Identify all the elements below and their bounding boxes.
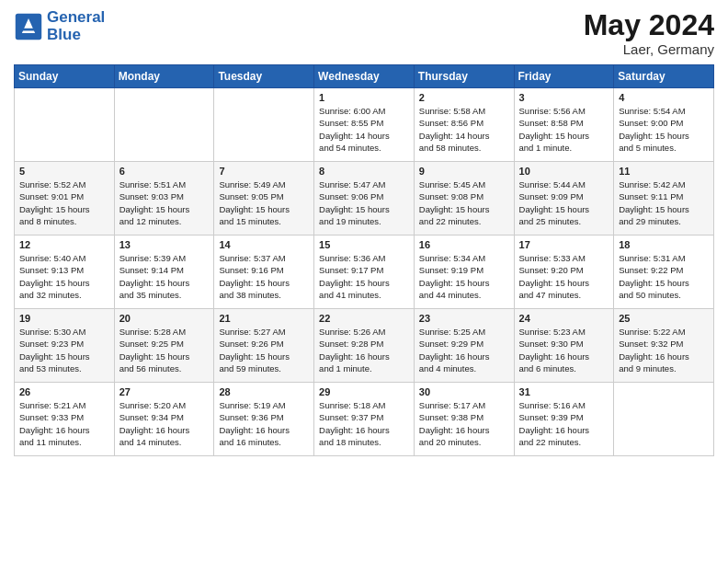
day-number: 15 xyxy=(319,239,409,250)
day-cell: 28Sunrise: 5:19 AM Sunset: 9:36 PM Dayli… xyxy=(214,383,314,456)
header-cell-sunday: Sunday xyxy=(15,65,115,88)
day-info: Sunrise: 5:37 AM Sunset: 9:16 PM Dayligh… xyxy=(219,252,309,301)
day-info: Sunrise: 5:21 AM Sunset: 9:33 PM Dayligh… xyxy=(19,399,109,448)
day-cell: 11Sunrise: 5:42 AM Sunset: 9:11 PM Dayli… xyxy=(614,162,714,236)
day-info: Sunrise: 5:33 AM Sunset: 9:20 PM Dayligh… xyxy=(519,252,609,301)
day-cell: 13Sunrise: 5:39 AM Sunset: 9:14 PM Dayli… xyxy=(114,236,214,309)
day-info: Sunrise: 5:17 AM Sunset: 9:38 PM Dayligh… xyxy=(419,399,509,448)
day-cell: 14Sunrise: 5:37 AM Sunset: 9:16 PM Dayli… xyxy=(214,236,314,309)
header-cell-thursday: Thursday xyxy=(414,65,514,88)
day-cell: 17Sunrise: 5:33 AM Sunset: 9:20 PM Dayli… xyxy=(514,236,614,309)
day-number: 12 xyxy=(19,239,109,250)
day-info: Sunrise: 5:40 AM Sunset: 9:13 PM Dayligh… xyxy=(19,252,109,301)
header-cell-saturday: Saturday xyxy=(614,65,714,88)
day-number: 26 xyxy=(19,386,109,397)
day-info: Sunrise: 5:54 AM Sunset: 9:00 PM Dayligh… xyxy=(619,105,709,154)
day-info: Sunrise: 5:51 AM Sunset: 9:03 PM Dayligh… xyxy=(119,178,210,227)
page-header: General Blue May 2024 Laer, Germany xyxy=(14,9,714,57)
day-number: 17 xyxy=(519,239,609,250)
header-row: SundayMondayTuesdayWednesdayThursdayFrid… xyxy=(15,65,714,88)
day-number: 21 xyxy=(219,313,309,324)
svg-rect-2 xyxy=(20,28,37,30)
day-number: 16 xyxy=(419,239,509,250)
day-cell: 18Sunrise: 5:31 AM Sunset: 9:22 PM Dayli… xyxy=(614,236,714,309)
day-info: Sunrise: 5:19 AM Sunset: 9:36 PM Dayligh… xyxy=(219,399,309,448)
day-cell: 2Sunrise: 5:58 AM Sunset: 8:56 PM Daylig… xyxy=(414,88,514,162)
day-number: 31 xyxy=(519,386,609,397)
location-subtitle: Laer, Germany xyxy=(584,41,714,57)
day-info: Sunrise: 5:34 AM Sunset: 9:19 PM Dayligh… xyxy=(419,252,509,301)
week-row-4: 19Sunrise: 5:30 AM Sunset: 9:23 PM Dayli… xyxy=(15,309,714,383)
day-cell: 7Sunrise: 5:49 AM Sunset: 9:05 PM Daylig… xyxy=(214,162,314,236)
day-cell xyxy=(114,88,214,162)
header-cell-monday: Monday xyxy=(114,65,214,88)
day-cell: 21Sunrise: 5:27 AM Sunset: 9:26 PM Dayli… xyxy=(214,309,314,383)
day-info: Sunrise: 5:47 AM Sunset: 9:06 PM Dayligh… xyxy=(319,178,409,227)
day-cell: 9Sunrise: 5:45 AM Sunset: 9:08 PM Daylig… xyxy=(414,162,514,236)
day-number: 19 xyxy=(19,313,109,324)
day-number: 11 xyxy=(619,166,709,177)
day-cell: 5Sunrise: 5:52 AM Sunset: 9:01 PM Daylig… xyxy=(15,162,115,236)
day-info: Sunrise: 5:42 AM Sunset: 9:11 PM Dayligh… xyxy=(619,178,709,227)
day-number: 25 xyxy=(619,313,709,324)
day-number: 22 xyxy=(319,313,409,324)
day-number: 29 xyxy=(319,386,409,397)
day-info: Sunrise: 5:52 AM Sunset: 9:01 PM Dayligh… xyxy=(19,178,109,227)
day-number: 4 xyxy=(619,92,709,103)
day-cell: 12Sunrise: 5:40 AM Sunset: 9:13 PM Dayli… xyxy=(15,236,115,309)
day-info: Sunrise: 5:23 AM Sunset: 9:30 PM Dayligh… xyxy=(519,326,609,374)
day-info: Sunrise: 5:20 AM Sunset: 9:34 PM Dayligh… xyxy=(119,399,210,448)
day-number: 30 xyxy=(419,386,509,397)
calendar-table: SundayMondayTuesdayWednesdayThursdayFrid… xyxy=(14,64,714,456)
day-cell: 25Sunrise: 5:22 AM Sunset: 9:32 PM Dayli… xyxy=(614,309,714,383)
day-number: 27 xyxy=(119,386,210,397)
day-number: 2 xyxy=(419,92,509,103)
day-cell: 26Sunrise: 5:21 AM Sunset: 9:33 PM Dayli… xyxy=(15,383,115,456)
day-cell: 23Sunrise: 5:25 AM Sunset: 9:29 PM Dayli… xyxy=(414,309,514,383)
logo-icon xyxy=(14,12,43,41)
day-number: 8 xyxy=(319,166,409,177)
day-info: Sunrise: 5:56 AM Sunset: 8:58 PM Dayligh… xyxy=(519,105,609,154)
header-cell-wednesday: Wednesday xyxy=(314,65,415,88)
day-number: 10 xyxy=(519,166,609,177)
day-info: Sunrise: 5:26 AM Sunset: 9:28 PM Dayligh… xyxy=(319,326,409,374)
day-cell: 20Sunrise: 5:28 AM Sunset: 9:25 PM Dayli… xyxy=(114,309,214,383)
day-number: 20 xyxy=(119,313,210,324)
day-number: 6 xyxy=(119,166,210,177)
day-info: Sunrise: 5:45 AM Sunset: 9:08 PM Dayligh… xyxy=(419,178,509,227)
day-info: Sunrise: 5:18 AM Sunset: 9:37 PM Dayligh… xyxy=(319,399,409,448)
day-cell: 8Sunrise: 5:47 AM Sunset: 9:06 PM Daylig… xyxy=(314,162,415,236)
month-year-title: May 2024 xyxy=(584,9,714,41)
day-cell xyxy=(614,383,714,456)
day-cell: 15Sunrise: 5:36 AM Sunset: 9:17 PM Dayli… xyxy=(314,236,415,309)
day-cell: 31Sunrise: 5:16 AM Sunset: 9:39 PM Dayli… xyxy=(514,383,614,456)
day-info: Sunrise: 5:28 AM Sunset: 9:25 PM Dayligh… xyxy=(119,326,210,374)
day-info: Sunrise: 5:58 AM Sunset: 8:56 PM Dayligh… xyxy=(419,105,509,154)
day-cell xyxy=(214,88,314,162)
day-cell xyxy=(15,88,115,162)
header-cell-tuesday: Tuesday xyxy=(214,65,314,88)
day-number: 14 xyxy=(219,239,309,250)
day-info: Sunrise: 5:39 AM Sunset: 9:14 PM Dayligh… xyxy=(119,252,210,301)
day-cell: 16Sunrise: 5:34 AM Sunset: 9:19 PM Dayli… xyxy=(414,236,514,309)
day-info: Sunrise: 5:36 AM Sunset: 9:17 PM Dayligh… xyxy=(319,252,409,301)
logo-text: General Blue xyxy=(47,9,105,43)
week-row-5: 26Sunrise: 5:21 AM Sunset: 9:33 PM Dayli… xyxy=(15,383,714,456)
day-number: 13 xyxy=(119,239,210,250)
title-block: May 2024 Laer, Germany xyxy=(584,9,714,57)
day-cell: 1Sunrise: 6:00 AM Sunset: 8:55 PM Daylig… xyxy=(314,88,415,162)
day-cell: 24Sunrise: 5:23 AM Sunset: 9:30 PM Dayli… xyxy=(514,309,614,383)
day-info: Sunrise: 5:27 AM Sunset: 9:26 PM Dayligh… xyxy=(219,326,309,374)
day-cell: 30Sunrise: 5:17 AM Sunset: 9:38 PM Dayli… xyxy=(414,383,514,456)
day-info: Sunrise: 5:49 AM Sunset: 9:05 PM Dayligh… xyxy=(219,178,309,227)
day-number: 23 xyxy=(419,313,509,324)
day-number: 24 xyxy=(519,313,609,324)
day-cell: 10Sunrise: 5:44 AM Sunset: 9:09 PM Dayli… xyxy=(514,162,614,236)
day-info: Sunrise: 5:30 AM Sunset: 9:23 PM Dayligh… xyxy=(19,326,109,374)
day-info: Sunrise: 5:25 AM Sunset: 9:29 PM Dayligh… xyxy=(419,326,509,374)
week-row-2: 5Sunrise: 5:52 AM Sunset: 9:01 PM Daylig… xyxy=(15,162,714,236)
week-row-1: 1Sunrise: 6:00 AM Sunset: 8:55 PM Daylig… xyxy=(15,88,714,162)
day-info: Sunrise: 5:22 AM Sunset: 9:32 PM Dayligh… xyxy=(619,326,709,374)
day-cell: 27Sunrise: 5:20 AM Sunset: 9:34 PM Dayli… xyxy=(114,383,214,456)
day-info: Sunrise: 6:00 AM Sunset: 8:55 PM Dayligh… xyxy=(319,105,409,154)
